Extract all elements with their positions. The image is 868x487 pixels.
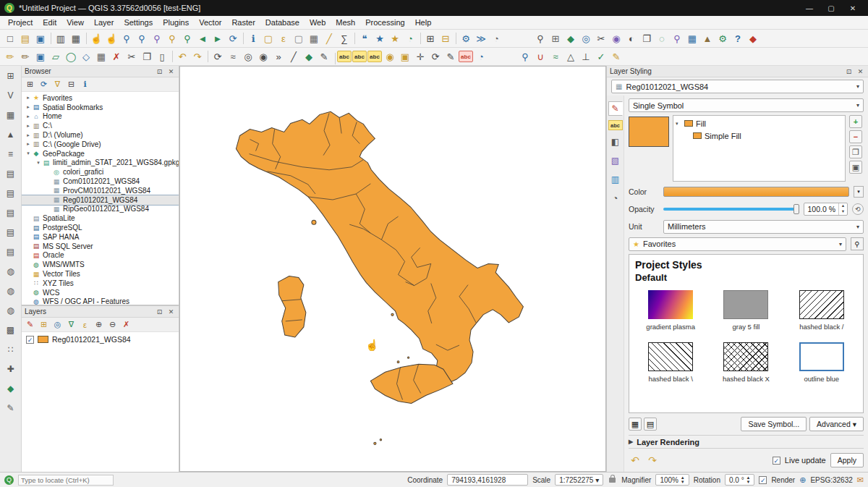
menu-item[interactable]: View bbox=[61, 16, 89, 29]
browser-item-wcs[interactable]: ◍ WCS bbox=[22, 288, 179, 297]
processing-history-button[interactable]: ◔ bbox=[489, 31, 503, 46]
slider-handle[interactable] bbox=[793, 204, 799, 214]
georeferencer-button[interactable]: ⊞ bbox=[548, 31, 563, 46]
osm-search-button[interactable]: ⚲ bbox=[533, 31, 548, 46]
vector-overlay-button[interactable]: ◆ bbox=[563, 31, 578, 46]
processing-toolbox-button[interactable]: ⚙ bbox=[459, 31, 473, 46]
style-gradient-plasma[interactable]: gradient plasma bbox=[646, 290, 695, 331]
browser-item-d-drive[interactable]: ▸ ▥ D:\ (Volume) bbox=[22, 130, 179, 140]
add-raster-layer-button[interactable]: ▦ bbox=[4, 108, 18, 122]
opacity-spinbox[interactable]: 100.0 % ▲▼ bbox=[804, 203, 848, 216]
new-scratch-layer-button[interactable]: ✎ bbox=[4, 401, 18, 415]
zoom-last-button[interactable]: ◄ bbox=[195, 31, 210, 46]
scale-lock-icon[interactable] bbox=[609, 478, 616, 483]
menu-item[interactable]: Edit bbox=[38, 16, 61, 29]
menu-item[interactable]: Settings bbox=[119, 16, 158, 29]
styling-close-button[interactable]: ✕ bbox=[856, 68, 865, 75]
label-options-button[interactable]: abc bbox=[459, 51, 473, 62]
browser-item-xyz-tiles[interactable]: ∷ XYZ Tiles bbox=[22, 279, 179, 288]
collapse-all-button[interactable]: ⊖ bbox=[106, 318, 119, 331]
browser-item-home[interactable]: ▸ ⌂ Home bbox=[22, 112, 179, 122]
browser-item-postgresql[interactable]: ▤ PostgreSQL bbox=[22, 223, 179, 232]
maximize-button[interactable]: ▢ bbox=[820, 1, 842, 15]
style-hashed-black-back[interactable]: hashed black \ bbox=[648, 342, 693, 383]
measure-tool[interactable]: ╱ bbox=[322, 31, 336, 46]
cut-features-button[interactable]: ✂ bbox=[124, 49, 139, 64]
annotation-toolbar-button[interactable]: ◆ bbox=[746, 31, 760, 46]
current-edits-button[interactable]: ✏ bbox=[3, 49, 17, 64]
help-button[interactable]: ? bbox=[731, 31, 745, 46]
add-oracle-layer-button[interactable]: ▤ bbox=[4, 225, 18, 240]
move-label-tool[interactable]: ✛ bbox=[413, 49, 427, 64]
add-hana-layer-button[interactable]: ▤ bbox=[4, 245, 18, 259]
diagram-options-button[interactable]: ◔ bbox=[474, 49, 488, 64]
magnifier-spinbox[interactable]: 100% ▲▼ bbox=[655, 474, 689, 486]
opacity-reset-button[interactable]: ⟲ bbox=[852, 203, 864, 215]
zoom-full-button[interactable]: ⚲ bbox=[150, 31, 164, 46]
browser-item-wms[interactable]: ◍ WMS/WMTS bbox=[22, 260, 179, 269]
tab-labels[interactable]: abc bbox=[608, 120, 623, 130]
color-picker-bar[interactable] bbox=[663, 187, 849, 197]
highlight-pinned-labels-tool[interactable]: ▣ bbox=[398, 49, 412, 64]
rotate-label-tool[interactable]: ⟳ bbox=[428, 49, 443, 64]
single-labeling-button[interactable]: abc bbox=[352, 51, 367, 62]
show-spatial-bookmarks-button[interactable]: ★ bbox=[388, 31, 402, 46]
browser-refresh-button[interactable]: ⟳ bbox=[38, 78, 50, 90]
new-print-layout-button[interactable]: ▥ bbox=[54, 31, 68, 46]
check-geometries-button[interactable]: ✓ bbox=[594, 49, 608, 64]
tab-mask[interactable]: ◧ bbox=[608, 135, 623, 149]
browser-new-connection-button[interactable]: ⊞ bbox=[24, 78, 36, 90]
browser-item-colori-grafici[interactable]: ◎ colori_grafici bbox=[22, 167, 179, 177]
rule-based-labeling-button[interactable]: abc bbox=[367, 51, 382, 62]
split-features-tool[interactable]: ╱ bbox=[286, 49, 301, 64]
copy-features-button[interactable]: ❐ bbox=[140, 49, 154, 64]
plugin-manager-button[interactable]: ⚙ bbox=[715, 31, 730, 46]
tab-3d-view[interactable]: ▧ bbox=[608, 153, 623, 168]
simplify-feature-tool[interactable]: ≈ bbox=[226, 49, 240, 64]
paste-features-button[interactable]: ▯ bbox=[155, 49, 169, 64]
style-hashed-black-forward[interactable]: hashed black / bbox=[799, 290, 844, 331]
add-postgis-layer-button[interactable]: ▤ bbox=[4, 166, 18, 181]
browser-close-button[interactable]: ✕ bbox=[166, 68, 176, 75]
metasearch-button[interactable]: ⚲ bbox=[518, 49, 532, 64]
terrain-analysis-button[interactable]: ▲ bbox=[700, 31, 715, 46]
style-outline-blue[interactable]: outline blue bbox=[799, 342, 844, 383]
style-undo-button[interactable]: ↶ bbox=[629, 454, 642, 466]
new-map-view-button[interactable]: ⊞ bbox=[423, 31, 438, 46]
add-ring-tool[interactable]: ◎ bbox=[241, 49, 255, 64]
reshape-features-tool[interactable]: ✎ bbox=[317, 49, 331, 64]
symbol-tree-simple-fill-row[interactable]: Simple Fill bbox=[676, 130, 843, 142]
styling-dock-button[interactable]: ⊡ bbox=[844, 68, 854, 75]
fill-ring-tool[interactable]: ◉ bbox=[256, 49, 271, 64]
browser-collapse-all-button[interactable]: ⊟ bbox=[65, 78, 77, 90]
pan-map-tool[interactable]: ☝ bbox=[89, 31, 103, 46]
rotate-feature-tool[interactable]: ⟳ bbox=[210, 49, 225, 64]
layer-item-reg01012021[interactable]: ✓ Reg01012021_WGS84 bbox=[22, 334, 179, 345]
add-mssql-layer-button[interactable]: ▤ bbox=[4, 206, 18, 220]
open-data-source-manager-button[interactable]: ⊞ bbox=[4, 69, 18, 83]
browser-item-vector-tiles[interactable]: ▦ Vector Tiles bbox=[22, 269, 179, 279]
scale-select[interactable]: 1:7252275 ▾ bbox=[555, 474, 603, 486]
coordinate-value[interactable]: 794193,4161928 bbox=[447, 474, 528, 486]
layers-close-button[interactable]: ✕ bbox=[166, 308, 176, 316]
add-group-button[interactable]: ⊞ bbox=[38, 318, 50, 331]
new-shapefile-button[interactable]: ✚ bbox=[4, 362, 18, 376]
symbol-tree-fill-row[interactable]: ▾ Fill bbox=[676, 117, 843, 130]
color-dropdown-button[interactable]: ▾ bbox=[854, 186, 864, 198]
intersection-tool-button[interactable]: ◉ bbox=[609, 31, 624, 46]
spinner-arrows[interactable]: ▲▼ bbox=[838, 203, 847, 214]
statistical-summary-button[interactable]: ∑ bbox=[337, 31, 352, 46]
browser-item-oracle[interactable]: ▤ Oracle bbox=[22, 251, 179, 261]
save-project-button[interactable]: ▣ bbox=[33, 31, 48, 46]
difference-tool-button[interactable]: ◐ bbox=[624, 31, 639, 46]
clip-tool-button[interactable]: ✂ bbox=[594, 31, 608, 46]
browser-item-spatial-bookmarks[interactable]: ▸ ▤ Spatial Bookmarks bbox=[22, 103, 179, 112]
open-project-button[interactable]: ▤ bbox=[18, 31, 33, 46]
zoom-to-layer-button[interactable]: ⚲ bbox=[180, 31, 195, 46]
lock-symbol-layer-button[interactable]: ▣ bbox=[849, 161, 862, 174]
opacity-slider[interactable] bbox=[663, 204, 799, 214]
layer-notes-button[interactable]: ✎ bbox=[609, 49, 624, 64]
browser-item-wfs[interactable]: ◍ WFS / OGC API - Features bbox=[22, 297, 179, 305]
digitize-polygon-tool[interactable]: ▱ bbox=[48, 49, 63, 64]
spatial-query-button[interactable]: ⚲ bbox=[670, 31, 684, 46]
